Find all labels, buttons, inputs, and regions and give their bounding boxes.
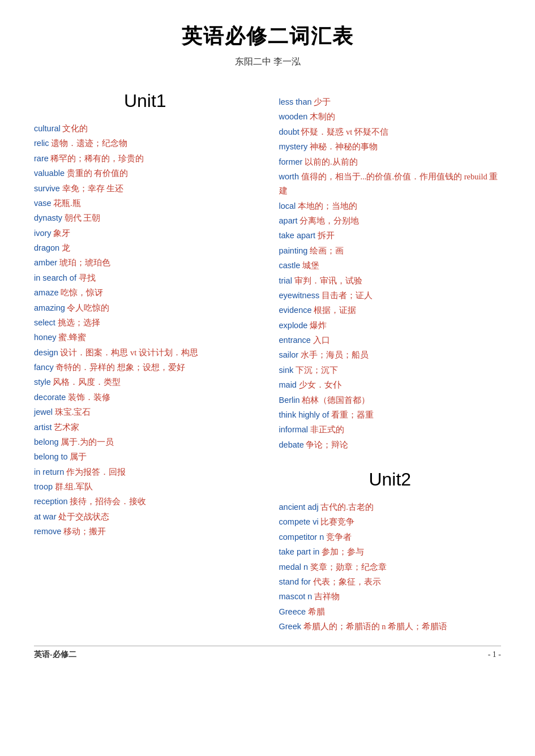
list-item: remove 移动；搬开	[34, 525, 256, 539]
word-chinese: 希腊人的；希腊语的 n 希腊人；希腊语	[303, 622, 448, 631]
list-item: jewel 珠宝.宝石	[34, 405, 256, 419]
unit2-word-list: ancient adj 古代的.古老的compete vi 比赛竞争compet…	[279, 500, 502, 634]
list-item: evidence 根据，证据	[279, 303, 502, 317]
word-english: ivory	[34, 229, 52, 238]
word-english: explode	[279, 321, 308, 330]
word-english: ancient adj	[279, 502, 319, 512]
word-english: evidence	[279, 306, 312, 315]
list-item: compete vi 比赛竞争	[279, 515, 502, 529]
word-english: sink	[279, 366, 294, 375]
list-item: amaze 吃惊，惊讶	[34, 286, 256, 300]
word-english: select	[34, 318, 55, 327]
list-item: mystery 神秘．神秘的事物	[279, 140, 502, 154]
list-item: sink 下沉；沉下	[279, 363, 502, 377]
word-chinese: 入口	[313, 336, 330, 345]
word-chinese: 目击者；证人	[322, 291, 373, 300]
word-chinese: 属于	[70, 452, 87, 461]
list-item: stand for 代表；象征，表示	[279, 575, 502, 589]
word-english: remove	[34, 527, 61, 536]
left-word-list: cultural 文化的relic 遗物．遗迹；纪念物rare 稀罕的；稀有的，…	[34, 122, 256, 539]
list-item: local 本地的；当地的	[279, 199, 502, 213]
word-english: reception	[34, 497, 68, 506]
word-english: at war	[34, 512, 57, 521]
word-english: jewel	[34, 407, 53, 416]
list-item: competitor n 竞争者	[279, 530, 502, 544]
word-chinese: 蜜.蜂蜜	[58, 333, 86, 342]
list-item: eyewitness 目击者；证人	[279, 289, 502, 303]
word-chinese: 遗物．遗迹；纪念物	[51, 139, 127, 148]
word-english: relic	[34, 139, 49, 148]
list-item: debate 争论；辩论	[279, 438, 502, 452]
word-chinese: 绘画；画	[310, 246, 344, 255]
word-chinese: 参加；参与	[322, 547, 364, 556]
word-chinese: 花瓶.瓶	[53, 199, 81, 208]
word-english: mascot n	[279, 592, 313, 601]
list-item: decorate 装饰．装修	[34, 390, 256, 405]
word-english: competitor n	[279, 532, 324, 542]
word-english: troop	[34, 482, 53, 491]
word-chinese: 艺术家	[54, 423, 79, 432]
list-item: rare 稀罕的；稀有的，珍贵的	[34, 152, 256, 166]
list-item: ancient adj 古代的.古老的	[279, 500, 502, 514]
unit2-title: Unit2	[279, 469, 502, 490]
word-english: informal	[279, 425, 309, 434]
list-item: sailor 水手；海员；船员	[279, 348, 502, 362]
word-chinese: 奇特的．异样的 想象；设想，爱好	[55, 363, 185, 372]
list-item: Berlin 柏林（德国首都）	[279, 393, 502, 407]
word-chinese: 看重；器重	[331, 410, 374, 419]
word-chinese: 审判．审讯，试验	[294, 276, 362, 285]
list-item: less than 少于	[279, 95, 502, 109]
word-chinese: 竞争者	[326, 532, 352, 542]
word-english: amazing	[34, 303, 65, 312]
list-item: select 挑选；选择	[34, 316, 256, 330]
word-english: in return	[34, 467, 64, 476]
list-item: valuable 贵重的 有价值的	[34, 166, 256, 181]
word-chinese: 琥珀；琥珀色	[59, 258, 110, 267]
list-item: troop 群.组.军队	[34, 480, 256, 494]
word-chinese: 希腊	[308, 607, 325, 616]
list-item: informal 非正式的	[279, 423, 502, 437]
right-column: less than 少于wooden 木制的doubt 怀疑．疑惑 vt 怀疑不…	[279, 85, 502, 634]
list-item: honey 蜜.蜂蜜	[34, 330, 256, 345]
word-chinese: 分离地，分别地	[299, 216, 359, 225]
word-chinese: 争论；辩论	[306, 440, 348, 449]
list-item: at war 处于交战状态	[34, 510, 256, 524]
word-english: less than	[279, 97, 312, 106]
word-english: mystery	[279, 142, 308, 151]
list-item: painting 绘画；画	[279, 244, 502, 258]
word-english: wooden	[279, 112, 308, 121]
list-item: belong to 属于	[34, 450, 256, 464]
word-chinese: 龙	[62, 243, 70, 252]
word-english: honey	[34, 333, 57, 342]
list-item: ivory 象牙	[34, 226, 256, 240]
list-item: dragon 龙	[34, 241, 256, 255]
subtitle: 东阳二中 李一泓	[34, 56, 501, 68]
word-english: maid	[279, 380, 297, 389]
word-chinese: 木制的	[310, 112, 335, 121]
word-english: debate	[279, 440, 304, 449]
word-english: compete vi	[279, 517, 319, 526]
page-title: 英语必修二词汇表	[34, 23, 501, 50]
word-chinese: 少女．女仆	[299, 380, 341, 389]
list-item: relic 遗物．遗迹；纪念物	[34, 136, 256, 151]
list-item: artist 艺术家	[34, 420, 256, 435]
word-chinese: 以前的.从前的	[305, 157, 358, 166]
word-english: take apart	[279, 231, 316, 240]
word-english: worth	[279, 172, 299, 181]
word-chinese: 古代的.古老的	[320, 502, 374, 512]
unit1-title-left: Unit1	[34, 91, 256, 111]
word-english: belong to	[34, 452, 68, 461]
word-chinese: 文化的	[62, 124, 88, 133]
word-english: Berlin	[279, 396, 300, 405]
word-chinese: 比赛竞争	[320, 517, 354, 526]
list-item: wooden 木制的	[279, 110, 502, 124]
list-item: dynasty 朝代 王朝	[34, 211, 256, 225]
list-item: castle 城堡	[279, 259, 502, 273]
word-chinese: 吃惊，惊讶	[61, 288, 103, 297]
word-chinese: 奖章；勋章；纪念章	[310, 562, 387, 572]
word-english: survive	[34, 184, 60, 193]
list-item: in return 作为报答．回报	[34, 465, 256, 479]
word-chinese: 装饰．装修	[68, 393, 110, 402]
list-item: maid 少女．女仆	[279, 378, 502, 392]
list-item: entrance 入口	[279, 333, 502, 347]
